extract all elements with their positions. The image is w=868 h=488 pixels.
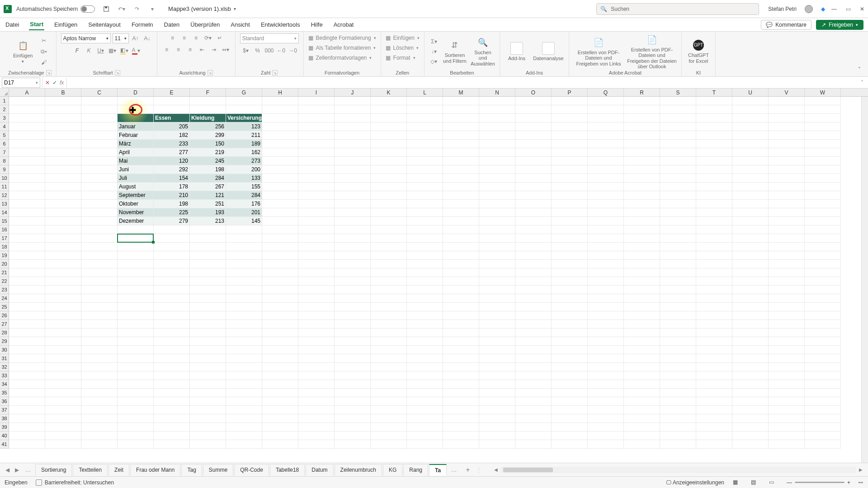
cell[interactable] — [660, 251, 696, 260]
cell[interactable] — [515, 131, 552, 140]
cell[interactable] — [769, 389, 805, 397]
cell[interactable] — [696, 148, 732, 157]
cell[interactable] — [45, 397, 81, 406]
cell[interactable] — [515, 432, 552, 440]
cell[interactable] — [298, 217, 335, 225]
user-avatar[interactable] — [805, 5, 813, 13]
select-all-corner[interactable] — [0, 89, 9, 96]
cell[interactable] — [479, 397, 515, 406]
cell-styles-button[interactable]: ▦Zellenformatvorlagen▾ — [308, 53, 372, 62]
cell[interactable] — [335, 165, 371, 174]
cell[interactable] — [298, 268, 335, 277]
cell[interactable] — [696, 311, 732, 320]
cell[interactable] — [407, 114, 443, 122]
col-header-C[interactable]: C — [81, 89, 118, 96]
cell[interactable] — [552, 277, 588, 286]
tab-start[interactable]: Start — [29, 19, 44, 30]
cell[interactable] — [805, 432, 841, 440]
cell[interactable] — [479, 174, 515, 183]
cell[interactable] — [45, 423, 81, 432]
cell[interactable] — [262, 122, 298, 131]
cell[interactable] — [262, 174, 298, 183]
cell[interactable] — [732, 328, 769, 337]
cell[interactable] — [588, 328, 624, 337]
cell[interactable] — [154, 225, 190, 234]
cell[interactable] — [45, 225, 81, 234]
cell[interactable]: 189 — [226, 140, 262, 148]
cell[interactable] — [298, 389, 335, 397]
cell[interactable] — [262, 423, 298, 432]
align-center-icon[interactable]: ≡ — [174, 45, 184, 54]
cell[interactable] — [298, 157, 335, 165]
cell[interactable] — [335, 354, 371, 363]
row-header[interactable]: 14 — [0, 208, 9, 217]
cell[interactable] — [371, 225, 407, 234]
number-launcher[interactable]: ↘ — [272, 70, 278, 75]
cell[interactable] — [805, 406, 841, 414]
cell[interactable] — [588, 320, 624, 328]
cell[interactable] — [696, 389, 732, 397]
cell[interactable] — [660, 140, 696, 148]
cell[interactable] — [732, 354, 769, 363]
cell[interactable] — [588, 277, 624, 286]
cell[interactable] — [696, 114, 732, 122]
name-box[interactable]: D17▾ — [2, 78, 40, 88]
cell[interactable] — [226, 337, 262, 346]
cell[interactable] — [515, 165, 552, 174]
cell[interactable] — [9, 140, 45, 148]
cell[interactable] — [154, 380, 190, 389]
cell[interactable] — [660, 148, 696, 157]
cell[interactable] — [805, 346, 841, 354]
cell[interactable] — [262, 389, 298, 397]
cell[interactable] — [81, 320, 118, 328]
cell[interactable]: 150 — [190, 140, 226, 148]
cell[interactable] — [371, 303, 407, 311]
cell[interactable] — [805, 337, 841, 346]
cell[interactable] — [81, 225, 118, 234]
cell[interactable] — [335, 225, 371, 234]
cell[interactable] — [696, 440, 732, 449]
cell[interactable] — [769, 114, 805, 122]
cell[interactable] — [515, 183, 552, 191]
comma-icon[interactable]: 000 — [264, 46, 274, 55]
cell[interactable] — [262, 148, 298, 157]
cell[interactable] — [552, 122, 588, 131]
cell[interactable] — [118, 380, 154, 389]
cell[interactable] — [81, 371, 118, 380]
sheet-tab[interactable]: Rang — [403, 464, 428, 476]
cell[interactable] — [298, 286, 335, 294]
cell[interactable] — [81, 165, 118, 174]
cell[interactable] — [624, 294, 660, 303]
cell[interactable] — [190, 105, 226, 114]
cell[interactable] — [371, 371, 407, 380]
cell[interactable] — [335, 97, 371, 105]
sheet-tab[interactable]: QR-Code — [234, 464, 269, 476]
cell[interactable] — [9, 371, 45, 380]
cell[interactable] — [190, 277, 226, 286]
cell[interactable] — [660, 114, 696, 122]
qat-customise-icon[interactable]: ▾ — [147, 5, 157, 14]
cell[interactable] — [479, 251, 515, 260]
row-header[interactable]: 6 — [0, 140, 9, 148]
cell[interactable] — [552, 234, 588, 243]
cell[interactable]: 198 — [190, 165, 226, 174]
tab-acrobat[interactable]: Acrobat — [333, 19, 355, 30]
cell[interactable] — [624, 122, 660, 131]
cell[interactable] — [118, 268, 154, 277]
cell[interactable]: 210 — [154, 191, 190, 200]
align-left-icon[interactable]: ≡ — [162, 45, 172, 54]
cell[interactable] — [262, 286, 298, 294]
cell[interactable] — [335, 122, 371, 131]
cell[interactable] — [407, 440, 443, 449]
cell[interactable]: 205 — [154, 122, 190, 131]
cell[interactable] — [407, 346, 443, 354]
cell[interactable] — [226, 414, 262, 423]
cell[interactable] — [479, 122, 515, 131]
cell[interactable] — [805, 251, 841, 260]
cell[interactable] — [515, 243, 552, 251]
cell[interactable] — [9, 200, 45, 208]
cell[interactable] — [769, 131, 805, 140]
acrobat-outlook-button[interactable]: 📄 Erstellen von PDF-Dateien und Freigebe… — [627, 33, 677, 69]
cell[interactable] — [371, 208, 407, 217]
cell[interactable] — [805, 105, 841, 114]
